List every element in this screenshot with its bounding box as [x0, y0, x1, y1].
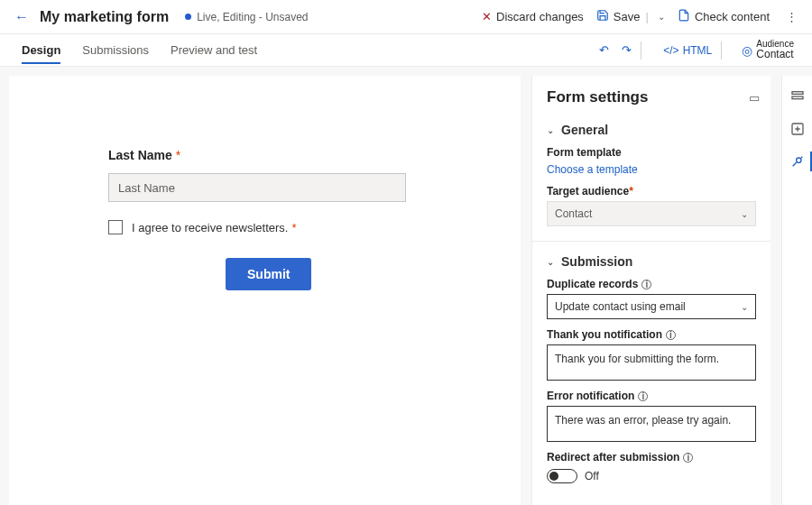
- info-icon[interactable]: i: [683, 453, 693, 463]
- settings-rail-button[interactable]: [788, 152, 807, 171]
- html-button[interactable]: </> HTML: [663, 44, 712, 57]
- thank-you-label: Thank you notification i: [547, 328, 756, 341]
- section-submission-title: Submission: [561, 254, 632, 269]
- check-content-button[interactable]: Check content: [678, 9, 770, 24]
- section-submission-header[interactable]: ⌄ Submission: [547, 254, 756, 269]
- svg-point-3: [796, 158, 800, 162]
- redo-button[interactable]: ↷: [622, 43, 632, 57]
- status-text: Live, Editing - Unsaved: [197, 11, 308, 23]
- tab-design[interactable]: Design: [22, 36, 60, 64]
- info-icon[interactable]: i: [666, 330, 676, 340]
- form-canvas: Last Name* Last Name I agree to receive …: [9, 76, 521, 505]
- undo-icon: ↶: [599, 43, 609, 57]
- last-name-field[interactable]: Last Name: [108, 173, 406, 202]
- tab-submissions[interactable]: Submissions: [82, 36, 149, 64]
- required-star: *: [176, 148, 180, 162]
- save-button[interactable]: Save | ⌄: [596, 9, 665, 24]
- undo-button[interactable]: ↶: [599, 43, 609, 57]
- discard-button[interactable]: ✕ Discard changes: [482, 10, 584, 23]
- duplicate-records-value: Update contact using email: [555, 300, 686, 313]
- add-rail-button[interactable]: [788, 119, 807, 139]
- document-icon: [678, 9, 690, 24]
- tab-preview[interactable]: Preview and test: [171, 36, 257, 64]
- divider: [532, 241, 770, 242]
- section-general-title: General: [561, 123, 608, 137]
- tab-row: Design Submissions Preview and test ↶ ↷ …: [0, 34, 812, 67]
- svg-rect-0: [792, 92, 803, 95]
- top-bar: ← My marketing form Live, Editing - Unsa…: [0, 0, 812, 34]
- expand-icon[interactable]: ▭: [749, 91, 756, 105]
- redo-icon: ↷: [622, 43, 632, 57]
- code-icon: </>: [663, 44, 678, 57]
- svg-rect-1: [792, 96, 803, 99]
- audience-value: Contact: [756, 49, 794, 60]
- target-icon: ◎: [742, 43, 752, 58]
- overflow-menu-icon[interactable]: ⋮: [780, 6, 803, 27]
- form-settings-panel: Form settings ▭ ⌄ General Form template …: [531, 76, 770, 505]
- html-label: HTML: [683, 44, 713, 57]
- status-dot: [185, 14, 191, 20]
- form-template-label: Form template: [547, 146, 756, 159]
- close-icon: ✕: [482, 10, 492, 23]
- back-icon[interactable]: ←: [9, 5, 34, 29]
- required-star: *: [291, 221, 296, 234]
- thank-you-textbox[interactable]: Thank you for submitting the form.: [547, 344, 756, 381]
- chevron-down-icon: ⌄: [741, 302, 748, 312]
- chevron-down-icon: ⌄: [547, 125, 554, 135]
- info-icon[interactable]: i: [641, 280, 651, 289]
- consent-label: I agree to receive newsletters.: [132, 221, 288, 234]
- save-label: Save: [614, 10, 641, 23]
- info-icon[interactable]: i: [638, 391, 648, 401]
- check-content-label: Check content: [695, 10, 770, 23]
- choose-template-link[interactable]: Choose a template: [547, 163, 638, 176]
- redirect-value: Off: [585, 470, 599, 482]
- right-rail: [781, 76, 812, 505]
- separator: [721, 41, 722, 60]
- error-notification-textbox[interactable]: There was an error, please try again.: [547, 406, 756, 442]
- panel-title: Form settings: [547, 88, 648, 106]
- redirect-label: Redirect after submission i: [547, 451, 756, 464]
- target-audience-select[interactable]: Contact ⌄: [547, 201, 756, 226]
- chevron-down-icon: ⌄: [741, 209, 748, 219]
- save-icon: [596, 9, 609, 24]
- consent-row: I agree to receive newsletters. *: [108, 220, 421, 234]
- duplicate-records-label: Duplicate records i: [547, 278, 756, 290]
- chevron-down-icon: ⌄: [547, 257, 554, 267]
- audience-indicator[interactable]: ◎ Audience Contact: [736, 39, 794, 60]
- discard-label: Discard changes: [496, 10, 584, 23]
- redirect-toggle-row: Off: [547, 469, 756, 483]
- workspace: Last Name* Last Name I agree to receive …: [0, 67, 812, 505]
- duplicate-records-select[interactable]: Update contact using email ⌄: [547, 294, 756, 319]
- redirect-toggle[interactable]: [547, 469, 577, 483]
- last-name-placeholder: Last Name: [118, 181, 175, 195]
- consent-checkbox[interactable]: [108, 220, 123, 234]
- save-chevron-icon[interactable]: ⌄: [654, 12, 665, 22]
- last-name-label: Last Name*: [108, 148, 421, 162]
- elements-rail-button[interactable]: [788, 87, 807, 106]
- page-title: My marketing form: [40, 9, 169, 25]
- submit-button[interactable]: Submit: [226, 258, 311, 290]
- section-general-header[interactable]: ⌄ General: [547, 123, 756, 137]
- error-notification-label: Error notification i: [547, 390, 756, 402]
- target-audience-value: Contact: [555, 207, 592, 220]
- separator: [641, 41, 641, 60]
- target-audience-label: Target audience*: [547, 185, 756, 197]
